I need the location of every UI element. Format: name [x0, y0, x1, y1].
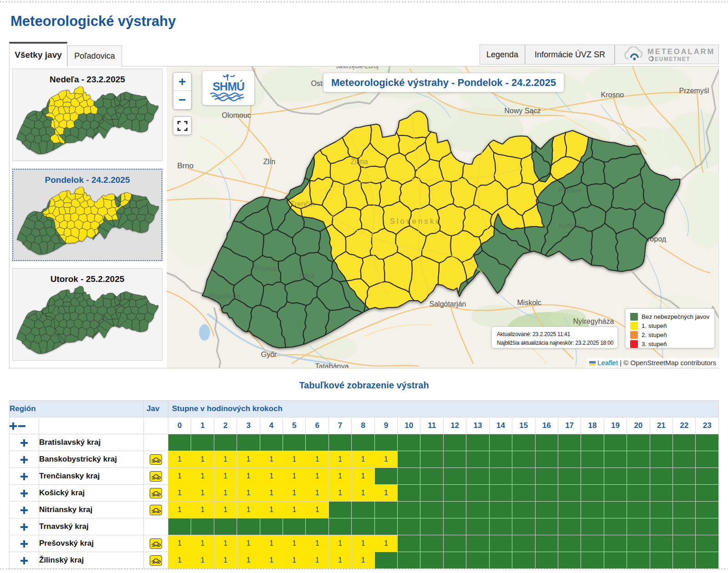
svg-text:Salgótarján: Salgótarján	[430, 300, 466, 308]
svg-text:Przemyśl: Przemyśl	[679, 87, 709, 95]
svg-text:Nyíregyháza: Nyíregyháza	[573, 317, 614, 325]
svg-text:Krosno: Krosno	[601, 91, 624, 99]
svg-text:Trnava: Trnava	[254, 265, 276, 272]
svg-text:METEOALARM: METEOALARM	[647, 47, 715, 55]
svg-text:Olomouc: Olomouc	[222, 111, 251, 119]
svg-text:EUMETNET: EUMETNET	[655, 56, 690, 62]
svg-text:Zlín: Zlín	[263, 158, 276, 166]
svg-text:Žilina: Žilina	[351, 157, 368, 166]
svg-text:Tatabánya: Tatabánya	[315, 362, 349, 368]
svg-text:Košice: Košice	[559, 222, 581, 230]
svg-text:Nowy Sącz: Nowy Sącz	[505, 107, 541, 115]
svg-text:Nitra: Nitra	[299, 272, 315, 280]
svg-text:Brno: Brno	[177, 161, 194, 170]
svg-text:Győr: Győr	[261, 351, 277, 358]
svg-text:Bratislava: Bratislava	[209, 292, 241, 300]
svg-text:Jastrzębie-Zdrój: Jastrzębie-Zdrój	[336, 66, 379, 70]
svg-text:Miskolc: Miskolc	[517, 299, 541, 307]
svg-text:SHMÚ: SHMÚ	[212, 80, 244, 93]
svg-text:Trenčín: Trenčín	[291, 200, 315, 208]
svg-text:Prešov: Prešov	[559, 186, 581, 194]
svg-text:Slovensko: Slovensko	[390, 217, 442, 226]
